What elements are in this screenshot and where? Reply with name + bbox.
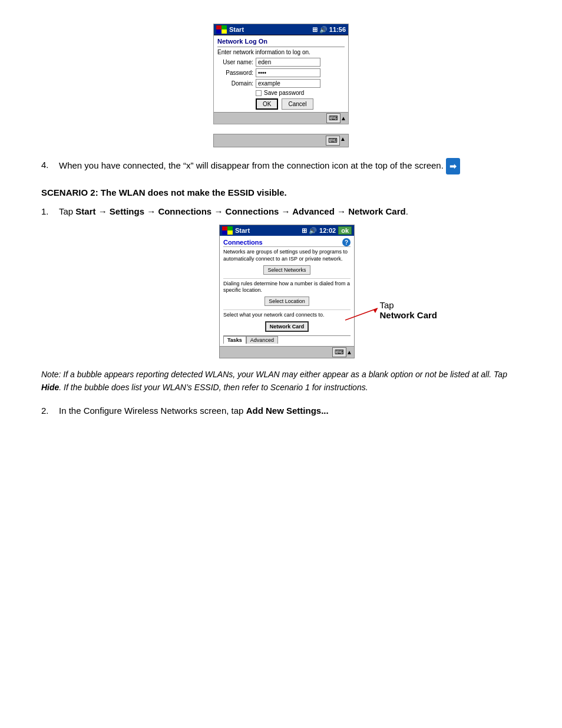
step2-number: 2. <box>41 404 49 418</box>
password-input[interactable] <box>256 68 320 77</box>
step4-text: When you have connected, the “x” will di… <box>59 160 446 170</box>
conn-section-label: Connections <box>223 239 263 246</box>
cancel-button[interactable]: Cancel <box>282 98 313 110</box>
domain-input[interactable] <box>256 79 320 88</box>
note-text2: . If the bubble does list your WLAN’s ES… <box>59 383 368 392</box>
screenshot-annotation-wrapper: Start ⊞ 🔊 12:02 ok Connections ? <box>207 225 355 358</box>
username-label: User name: <box>217 59 256 65</box>
connections-screenshot: Start ⊞ 🔊 12:02 ok Connections ? <box>219 225 355 358</box>
select-networks-button[interactable]: Select Networks <box>263 265 310 275</box>
ok-button[interactable]: OK <box>256 98 278 110</box>
connections-block: Start ⊞ 🔊 12:02 ok Connections ? <box>41 225 521 358</box>
conn-status: ⊞ 🔊 <box>302 227 317 235</box>
conn-titlebar: Start ⊞ 🔊 12:02 ok <box>220 225 354 236</box>
button-row: OK Cancel <box>256 98 345 110</box>
domain-label: Domain: <box>217 80 256 87</box>
keyboard-icon2[interactable]: ⌨ <box>326 136 340 146</box>
conn-keyboard-bar: ⌨ ▲ <box>220 346 354 358</box>
scenario2-heading-text: SCENARIO 2: The WLAN does not make the E… <box>41 187 287 197</box>
windows-flag-icon <box>216 25 227 34</box>
svg-rect-7 <box>227 230 233 235</box>
annotation-arrow <box>345 305 381 323</box>
svg-rect-3 <box>222 29 227 34</box>
svg-rect-5 <box>227 226 233 230</box>
annotation-tap: Tap <box>379 300 437 310</box>
svg-rect-0 <box>216 25 222 29</box>
conn-keyboard-arrow: ▲ <box>346 349 352 355</box>
conn-title: Start <box>235 227 250 234</box>
save-password-label: Save password <box>264 90 304 96</box>
divider <box>217 47 345 47</box>
password-row: Password: <box>217 68 345 77</box>
conn-divider1 <box>223 278 351 279</box>
password-label: Password: <box>217 70 256 76</box>
conn-tabs: Tasks Advanced <box>223 335 351 344</box>
step1-number: 1. <box>41 205 49 219</box>
subtitle-text: Enter network information to log on. <box>217 49 345 55</box>
save-password-checkbox[interactable] <box>256 90 262 96</box>
standalone-keyboard-bar: ⌨ ▲ <box>213 134 349 147</box>
note-text1: Note: If a bubble appears reporting dete… <box>41 370 507 379</box>
conn-keyboard-icon[interactable]: ⌨ <box>332 347 346 357</box>
help-icon[interactable]: ? <box>342 238 351 246</box>
scenario2-heading: SCENARIO 2: The WLAN does not make the E… <box>41 187 521 197</box>
connection-icon: ➡ <box>446 158 460 174</box>
tasks-tab[interactable]: Tasks <box>223 336 246 344</box>
annotation-container: Tap Network Card <box>379 300 437 320</box>
note-paragraph: Note: If a bubble appears reporting dete… <box>41 368 521 394</box>
keyboard-icon[interactable]: ⌨ <box>326 113 340 123</box>
save-password-row: Save password <box>256 90 345 96</box>
keyboard-arrow: ▲ <box>340 115 346 121</box>
step4-paragraph: 4. When you have connected, the “x” will… <box>41 158 521 174</box>
svg-rect-4 <box>222 226 227 230</box>
step2-bold-text: Add New Settings... <box>246 406 329 416</box>
titlebar-status: ⊞ 🔊 11:56 <box>312 26 346 34</box>
titlebar-title: Start <box>229 26 244 33</box>
titlebar-time: 11:56 <box>329 26 346 33</box>
section-title: Network Log On <box>217 38 345 45</box>
step1-block: 1. Tap Start → Settings → Connections → … <box>41 205 521 358</box>
step2-text-prefix: In the Configure Wireless Networks scree… <box>59 406 246 416</box>
conn-time: 12:02 <box>319 227 336 234</box>
conn-text2: Dialing rules determine how a number is … <box>223 281 351 294</box>
note-hide: Hide <box>41 383 59 392</box>
conn-ok-btn[interactable]: ok <box>338 226 352 235</box>
svg-rect-6 <box>222 230 227 235</box>
network-log-screenshot: Start ⊞ 🔊 11:56 Network Log On Enter net… <box>213 24 349 124</box>
step1-bold-text: Start → Settings → Connections → Connect… <box>75 206 405 216</box>
step4-number: 4. <box>41 158 49 172</box>
conn-section-title: Connections ? <box>223 238 351 247</box>
network-card-button[interactable]: Network Card <box>265 321 309 332</box>
step1-text-prefix: Tap <box>59 206 75 216</box>
ce-titlebar: Start ⊞ 🔊 11:56 <box>214 24 348 35</box>
svg-line-8 <box>345 308 378 320</box>
conn-flag-icon <box>222 226 233 235</box>
username-row: User name: <box>217 58 345 67</box>
username-input[interactable] <box>256 58 320 67</box>
step1-text-suffix: . <box>406 206 408 216</box>
select-location-button[interactable]: Select Location <box>265 297 309 306</box>
keyboard-bar: ⌨ ▲ <box>214 112 348 124</box>
advanced-tab[interactable]: Advanced <box>246 336 278 344</box>
domain-row: Domain: <box>217 79 345 88</box>
step2-paragraph: 2. In the Configure Wireless Networks sc… <box>41 404 521 418</box>
svg-rect-2 <box>216 29 222 34</box>
annotation-network-card: Network Card <box>379 310 437 320</box>
conn-divider2 <box>223 309 351 310</box>
svg-rect-1 <box>222 25 227 29</box>
conn-text3: Select what your network card connects t… <box>223 312 351 319</box>
conn-text1: Networks are groups of settings used by … <box>223 249 351 262</box>
keyboard-arrow2: ▲ <box>340 136 346 146</box>
status-icons: ⊞ 🔊 <box>312 26 329 33</box>
